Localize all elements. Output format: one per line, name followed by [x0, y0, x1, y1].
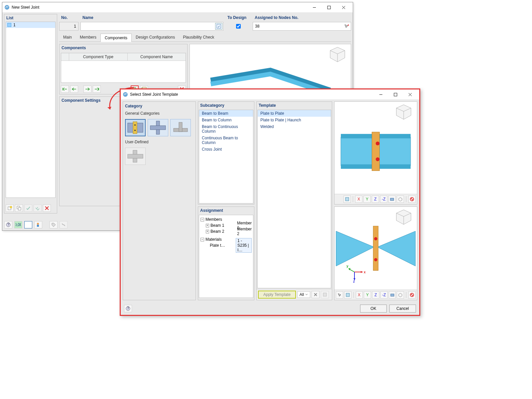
member-row-a[interactable]: Beam 2	[210, 229, 235, 234]
template-item[interactable]: Plate to Plate	[258, 110, 331, 117]
axis-y-button[interactable]: Y	[364, 291, 371, 299]
joint-icon	[126, 149, 144, 164]
subcategory-header: Subcategory	[198, 102, 254, 109]
pick-nodes-button[interactable]	[343, 23, 350, 30]
components-table[interactable]: Component Type Component Name	[61, 53, 186, 83]
filter-dropdown[interactable]: All	[297, 291, 310, 298]
axis--z-button[interactable]: -Z	[380, 291, 388, 299]
dialog-maximize-button[interactable]	[388, 90, 403, 99]
subcategory-item[interactable]: Beam to Continuous Column	[199, 123, 253, 135]
subcategory-item[interactable]: Cross Joint	[199, 146, 253, 153]
tab-main[interactable]: Main	[59, 33, 76, 42]
cursor-mode-button[interactable]	[336, 291, 343, 299]
view-iso-button[interactable]	[343, 196, 351, 203]
axis--z-button[interactable]: -Z	[380, 196, 387, 203]
pencil-icon	[216, 24, 221, 29]
help-button[interactable]: ?	[4, 221, 12, 228]
wireframe-button[interactable]	[397, 196, 404, 203]
list-box[interactable]: 1	[6, 22, 56, 198]
members-node[interactable]: Members	[205, 217, 222, 222]
axis-x-button[interactable]: X	[355, 196, 362, 203]
axis-x-button[interactable]: X	[356, 291, 363, 299]
dialog-minimize-button[interactable]	[373, 90, 388, 99]
copy-button[interactable]	[15, 204, 23, 212]
tab-members[interactable]: Members	[76, 33, 100, 42]
materials-node[interactable]: Materials	[205, 237, 222, 242]
move-last-button[interactable]	[93, 85, 101, 93]
move-left-button[interactable]	[70, 85, 78, 93]
cancel-button[interactable]: Cancel	[389, 305, 416, 313]
template-item[interactable]: Welded	[258, 123, 331, 130]
units-button[interactable]: 0,00	[14, 221, 22, 228]
category-thumb-1[interactable]	[125, 119, 146, 136]
rename-button[interactable]	[215, 23, 222, 30]
reset-view-button[interactable]	[408, 291, 416, 299]
tab-components[interactable]: Components	[100, 34, 132, 42]
todesign-checkbox[interactable]	[225, 22, 251, 31]
dialog-help-button[interactable]: ?	[124, 305, 132, 312]
move-first-button[interactable]	[61, 85, 69, 93]
category-thumb-3[interactable]	[170, 119, 191, 136]
save-template-button[interactable]	[321, 291, 329, 298]
material-row-a[interactable]: Plate t…	[210, 243, 234, 248]
subcategory-item[interactable]: Beam to Column	[199, 117, 253, 123]
category-thumb-2[interactable]	[148, 119, 168, 136]
list-item[interactable]: 1	[6, 22, 55, 28]
new-button[interactable]	[6, 204, 14, 212]
member-row-a[interactable]: Beam 1	[210, 223, 235, 228]
person-button[interactable]	[34, 221, 42, 228]
no-label: No.	[59, 14, 78, 21]
collapse-icon[interactable]: −	[200, 218, 204, 221]
render-mode-button[interactable]	[388, 196, 396, 203]
reset-view-button[interactable]	[408, 196, 416, 203]
move-right-button[interactable]	[83, 85, 91, 93]
name-input[interactable]	[80, 22, 223, 31]
script-button[interactable]	[60, 221, 67, 228]
close-button[interactable]	[336, 3, 351, 12]
svg-rect-27	[323, 293, 327, 296]
apply-template-button[interactable]: Apply Template	[258, 291, 296, 299]
dialog-close-button[interactable]	[403, 90, 417, 99]
svg-rect-52	[346, 293, 349, 297]
navcube-icon[interactable]	[394, 209, 413, 225]
maximize-button[interactable]	[322, 3, 336, 12]
clear-filter-button[interactable]	[312, 291, 320, 298]
category-thumb-user[interactable]	[125, 148, 146, 165]
navcube-icon[interactable]	[394, 104, 413, 120]
preview-top[interactable]: X Y Z -Z	[334, 101, 417, 204]
svg-text:-Z: -Z	[382, 293, 386, 297]
assignment-header: Assignment	[198, 207, 254, 214]
axis-z-button[interactable]: Z	[372, 196, 379, 203]
subcategory-item[interactable]: Beam to Beam	[199, 110, 253, 117]
expand-icon[interactable]: +	[206, 230, 209, 233]
svg-text:X: X	[357, 197, 360, 201]
tab-plausibility-check[interactable]: Plausibility Check	[179, 33, 218, 42]
tab-design-configurations[interactable]: Design Configurations	[132, 33, 179, 42]
template-list[interactable]: Plate to Plate Plate to Plate | Haunch W…	[257, 110, 331, 288]
view-iso-button[interactable]	[344, 291, 351, 299]
check-all-button[interactable]	[34, 204, 42, 212]
svg-point-0	[5, 5, 9, 10]
ok-button[interactable]: OK	[360, 305, 387, 313]
template-item[interactable]: Plate to Plate | Haunch	[258, 117, 331, 123]
assignment-tree[interactable]: −Members +Beam 1Member 1 +Beam 2Member 2…	[199, 215, 253, 298]
template-dialog: Select Steel Joint Template Category Gen…	[120, 88, 420, 316]
member-row-b[interactable]: Member 2	[236, 227, 252, 236]
axis-z-button[interactable]: Z	[372, 291, 379, 299]
collapse-icon[interactable]: −	[200, 238, 204, 241]
delete-button[interactable]	[43, 204, 51, 212]
render-mode-button[interactable]	[389, 291, 396, 299]
axis-x-label: x	[364, 270, 366, 274]
minimize-button[interactable]	[307, 3, 322, 12]
material-row-b[interactable]: 1 - S235 | I…	[236, 238, 252, 253]
check-button[interactable]	[24, 204, 32, 212]
preview-bottom[interactable]: x y z X Y Z -Z	[334, 206, 417, 300]
tag-button[interactable]	[50, 221, 58, 228]
axis-y-button[interactable]: Y	[363, 196, 371, 203]
nodes-input[interactable]: 38	[253, 22, 351, 31]
subcategory-item[interactable]: Continuous Beam to Column	[199, 135, 253, 146]
expand-icon[interactable]: +	[206, 224, 209, 227]
subcategory-list[interactable]: Beam to Beam Beam to Column Beam to Cont…	[199, 110, 253, 203]
view-button[interactable]	[24, 221, 32, 228]
wireframe-button[interactable]	[397, 291, 404, 299]
